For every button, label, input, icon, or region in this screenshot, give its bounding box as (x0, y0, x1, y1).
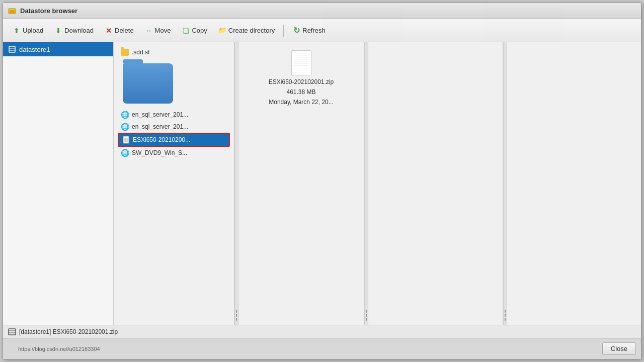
upload-icon (13, 27, 21, 35)
file-item-label: en_sql_server_201... (132, 123, 188, 130)
status-db-icon (8, 328, 16, 336)
url-text: https://blog.csdn.net/u012183304 (18, 346, 100, 352)
file-item-label: en_sql_server_201... (132, 111, 188, 118)
createdir-icon: 📁 (218, 27, 226, 35)
toolbar: Upload Download Delete Move Copy 📁 Creat… (3, 19, 641, 42)
file-item-en-sql1[interactable]: en_sql_server_201... (118, 109, 230, 121)
status-text: [datastore1] ESXi650-202102001.zip (19, 328, 118, 335)
sidebar-item-datastore1[interactable]: datastore1 (3, 42, 113, 56)
move-icon (145, 27, 153, 35)
window-icon (8, 7, 16, 15)
svg-rect-3 (10, 12, 15, 13)
panel-resizer-1[interactable] (234, 42, 238, 325)
panel-resizer-3[interactable] (503, 42, 507, 325)
copy-button[interactable]: Copy (177, 24, 211, 37)
copy-icon (182, 27, 190, 35)
file-panels: .sdd.sf en_sql_server_201... en_sql_serv… (114, 42, 641, 325)
sidebar: datastore1 (3, 42, 114, 325)
globe-icon-1 (121, 111, 129, 119)
title-bar: Datastore browser (3, 3, 641, 19)
file-item-label: ESXi650-20210200... (133, 136, 190, 143)
delete-icon (105, 27, 113, 35)
large-folder-item[interactable] (118, 58, 230, 109)
file-detail-date: Monday, March 22, 20... (269, 99, 334, 106)
datastore-icon (8, 45, 16, 53)
sidebar-item-label: datastore1 (19, 46, 50, 53)
window-title: Datastore browser (20, 7, 77, 15)
file-item-label: .sdd.sf (132, 49, 149, 56)
refresh-button[interactable]: Refresh (288, 24, 330, 37)
globe-icon-2 (121, 123, 129, 131)
delete-label: Delete (115, 27, 134, 34)
datastore-browser-window: Datastore browser Upload Download Delete… (3, 3, 641, 359)
file-icon-esxi (122, 136, 130, 144)
close-button[interactable]: Close (602, 342, 636, 355)
download-button[interactable]: Download (50, 24, 98, 37)
refresh-label: Refresh (302, 27, 326, 34)
file-detail-name: ESXi650-202102001.zip (269, 78, 334, 85)
file-item-esxi[interactable]: ESXi650-20210200... (118, 133, 230, 147)
file-item-en-sql2[interactable]: en_sql_server_201... (118, 121, 230, 133)
status-bar: [datastore1] ESXi650-202102001.zip (3, 325, 641, 338)
bottom-bar: https://blog.csdn.net/u012183304 Close (3, 338, 641, 359)
svg-rect-2 (10, 11, 15, 12)
download-label: Download (64, 27, 94, 34)
large-folder-icon (123, 63, 173, 104)
copy-label: Copy (192, 27, 207, 34)
globe-icon-3 (121, 149, 129, 157)
move-label: Move (155, 27, 171, 34)
file-item-label: SW_DVD9_Win_S... (132, 149, 187, 156)
createdir-label: Create directory (228, 27, 275, 34)
upload-label: Upload (23, 27, 43, 34)
svg-rect-4 (9, 46, 15, 52)
createdir-button[interactable]: 📁 Create directory (214, 24, 279, 37)
file-item-sdd[interactable]: .sdd.sf (118, 46, 230, 58)
refresh-icon (292, 27, 300, 35)
file-detail-item[interactable]: ESXi650-202102001.zip 461.38 MB Monday, … (243, 46, 360, 110)
resizer-dots-1 (236, 310, 237, 321)
file-item-sw-dvd[interactable]: SW_DVD9_Win_S... (118, 147, 230, 159)
svg-rect-1 (10, 10, 15, 11)
file-panel-4 (507, 42, 641, 325)
file-detail-size: 461.38 MB (286, 88, 315, 96)
move-button[interactable]: Move (140, 24, 176, 37)
file-panel-3 (368, 42, 503, 325)
file-panel-1: .sdd.sf en_sql_server_201... en_sql_serv… (114, 42, 234, 325)
file-doc-icon (291, 50, 311, 75)
main-area: datastore1 .sdd.sf (3, 42, 641, 325)
resizer-dots-3 (505, 310, 506, 321)
download-icon (54, 27, 62, 35)
delete-button[interactable]: Delete (100, 24, 138, 37)
svg-rect-12 (9, 329, 16, 335)
folder-icon (121, 48, 129, 56)
toolbar-separator (283, 25, 284, 37)
panel-resizer-2[interactable] (364, 42, 368, 325)
svg-rect-7 (123, 136, 129, 143)
file-panel-2: ESXi650-202102001.zip 461.38 MB Monday, … (238, 42, 364, 325)
resizer-dots-2 (366, 310, 367, 321)
upload-button[interactable]: Upload (8, 24, 48, 37)
